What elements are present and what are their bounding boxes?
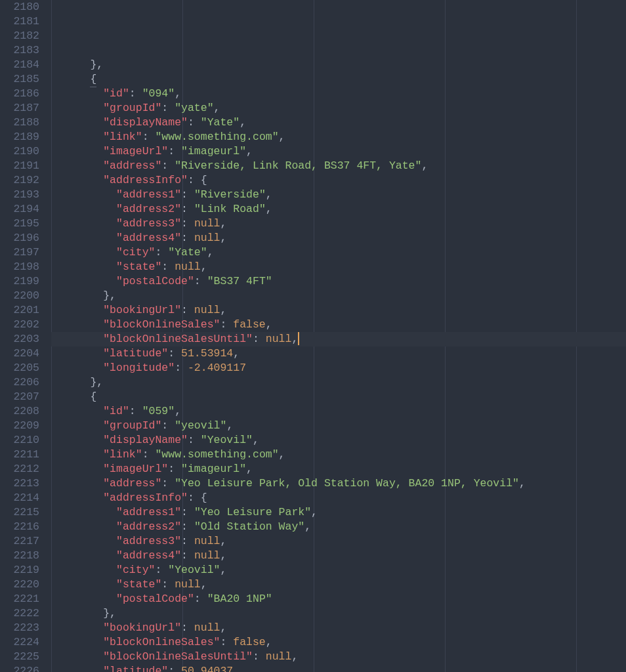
line-number: 2201: [0, 303, 39, 318]
line-number: 2193: [0, 188, 39, 202]
code-line[interactable]: "groupId": "yate",: [51, 101, 626, 116]
code-line[interactable]: "address": "Yeo Leisure Park, Old Statio…: [51, 476, 626, 491]
line-number: 2213: [0, 476, 39, 491]
code-line[interactable]: "longitude": -2.409117: [51, 361, 626, 375]
code-line[interactable]: "blockOnlineSalesUntil": null,: [51, 650, 626, 664]
code-line[interactable]: "address4": null,: [51, 549, 626, 563]
line-number: 2221: [0, 592, 39, 606]
code-line[interactable]: "link": "www.something.com",: [51, 130, 626, 144]
line-number: 2216: [0, 520, 39, 534]
code-line[interactable]: "imageUrl": "imageurl",: [51, 462, 626, 476]
text-cursor: [298, 332, 299, 345]
line-number: 2206: [0, 375, 39, 390]
line-number: 2194: [0, 202, 39, 217]
line-number: 2202: [0, 318, 39, 332]
code-line[interactable]: "address1": "Riverside",: [51, 188, 626, 202]
code-line[interactable]: "latitude": 51.53914,: [51, 346, 626, 361]
line-number: 2210: [0, 433, 39, 448]
line-number: 2188: [0, 116, 39, 130]
code-line[interactable]: [51, 43, 626, 58]
line-number: 2186: [0, 87, 39, 101]
line-number: 2196: [0, 231, 39, 245]
line-number: 2181: [0, 14, 39, 29]
code-line[interactable]: },: [51, 289, 626, 303]
line-number: 2187: [0, 101, 39, 116]
code-line[interactable]: "id": "059",: [51, 404, 626, 419]
line-number: 2226: [0, 664, 39, 672]
code-line[interactable]: "city": "Yate",: [51, 245, 626, 260]
code-line[interactable]: "addressInfo": {: [51, 491, 626, 505]
code-line[interactable]: "address1": "Yeo Leisure Park",: [51, 505, 626, 520]
code-line[interactable]: "address4": null,: [51, 231, 626, 245]
code-line[interactable]: "addressInfo": {: [51, 173, 626, 188]
code-line[interactable]: "link": "www.something.com",: [51, 448, 626, 462]
code-editor[interactable]: 2180218121822183218421852186218721882189…: [0, 0, 626, 672]
code-line[interactable]: "blockOnlineSales": false,: [51, 635, 626, 650]
line-number: 2217: [0, 534, 39, 549]
line-number: 2223: [0, 621, 39, 635]
code-line[interactable]: "address3": null,: [51, 217, 626, 231]
line-number: 2219: [0, 563, 39, 578]
line-number: 2211: [0, 448, 39, 462]
code-line[interactable]: {: [51, 72, 626, 87]
code-line[interactable]: "postalCode": "BA20 1NP": [51, 592, 626, 606]
code-area[interactable]: }, { "id": "094", "groupId": "yate", "di…: [51, 0, 626, 672]
line-number: 2185: [0, 72, 39, 87]
code-line[interactable]: "state": null,: [51, 578, 626, 592]
line-number: 2218: [0, 549, 39, 563]
line-number-gutter: 2180218121822183218421852186218721882189…: [0, 0, 51, 672]
code-line[interactable]: "state": null,: [51, 260, 626, 274]
code-line[interactable]: "imageUrl": "imageurl",: [51, 144, 626, 159]
line-number: 2182: [0, 29, 39, 43]
line-number: 2222: [0, 606, 39, 621]
line-number: 2189: [0, 130, 39, 144]
code-line[interactable]: {: [51, 390, 626, 404]
line-number: 2224: [0, 635, 39, 650]
code-line[interactable]: "city": "Yeovil",: [51, 563, 626, 578]
code-line[interactable]: "bookingUrl": null,: [51, 621, 626, 635]
line-number: 2200: [0, 289, 39, 303]
code-line[interactable]: "bookingUrl": null,: [51, 303, 626, 318]
line-number: 2192: [0, 173, 39, 188]
line-number: 2195: [0, 217, 39, 231]
code-line[interactable]: "latitude": 50.94037,: [51, 664, 626, 672]
line-number: 2180: [0, 0, 39, 14]
line-number: 2225: [0, 650, 39, 664]
code-line[interactable]: },: [51, 375, 626, 390]
code-line[interactable]: "blockOnlineSales": false,: [51, 318, 626, 332]
line-number: 2198: [0, 260, 39, 274]
code-line[interactable]: },: [51, 58, 626, 72]
line-number: 2208: [0, 404, 39, 419]
line-number: 2190: [0, 144, 39, 159]
code-line[interactable]: "displayName": "Yeovil",: [51, 433, 626, 448]
line-number: 2184: [0, 58, 39, 72]
line-number: 2183: [0, 43, 39, 58]
line-number: 2204: [0, 346, 39, 361]
code-line[interactable]: "address2": "Old Station Way",: [51, 520, 626, 534]
code-line[interactable]: "postalCode": "BS37 4FT": [51, 274, 626, 289]
code-line[interactable]: "blockOnlineSalesUntil": null,: [51, 332, 626, 346]
line-number: 2191: [0, 159, 39, 173]
line-number: 2205: [0, 361, 39, 375]
line-number: 2209: [0, 419, 39, 433]
code-line[interactable]: "groupId": "yeovil",: [51, 419, 626, 433]
code-line[interactable]: "displayName": "Yate",: [51, 116, 626, 130]
line-number: 2203: [0, 332, 39, 346]
line-number: 2197: [0, 245, 39, 260]
line-number: 2212: [0, 462, 39, 476]
code-line[interactable]: "address3": null,: [51, 534, 626, 549]
code-line[interactable]: "address2": "Link Road",: [51, 202, 626, 217]
code-line[interactable]: },: [51, 606, 626, 621]
line-number: 2214: [0, 491, 39, 505]
line-number: 2215: [0, 505, 39, 520]
line-number: 2220: [0, 578, 39, 592]
code-line[interactable]: "id": "094",: [51, 87, 626, 101]
line-number: 2207: [0, 390, 39, 404]
code-line[interactable]: "address": "Riverside, Link Road, BS37 4…: [51, 159, 626, 173]
line-number: 2199: [0, 274, 39, 289]
